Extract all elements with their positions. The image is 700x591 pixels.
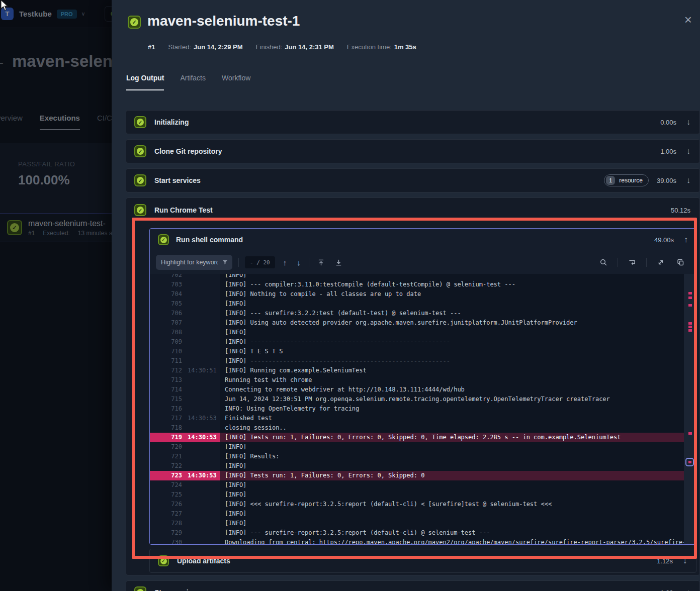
log-line-number: 728: [150, 519, 182, 528]
log-line: 71914:30:53[INFO] Tests run: 1, Failures…: [150, 433, 684, 442]
chevron-down-icon[interactable]: ∨: [81, 11, 85, 17]
log-line-gutter: 710: [150, 347, 220, 356]
log-line-gutter: 722: [150, 461, 220, 471]
execution-list-item[interactable]: ✓ maven-selenium-test- #1 Executed: 13 m…: [0, 213, 112, 242]
log-line-number: 714: [150, 385, 182, 395]
log-line-timestamp: [182, 538, 220, 544]
active-match-marker[interactable]: [685, 458, 694, 466]
execution-item-title: maven-selenium-test-: [28, 219, 112, 228]
step-upload-artifacts[interactable]: ✓ Upload artifacts 1.12s ↓: [149, 549, 696, 573]
match-marker[interactable]: [688, 304, 692, 307]
run-shell-command-header[interactable]: ✓ Run shell command 49.00s ↑: [150, 229, 696, 251]
log-minimap[interactable]: [684, 274, 696, 544]
log-line-number: 708: [150, 328, 182, 337]
step-label: Run shell command: [176, 236, 243, 244]
search-icon[interactable]: [597, 258, 609, 266]
step-stop-services[interactable]: ✓ Stop services 1.03s ↓: [126, 580, 700, 591]
tab-cicd[interactable]: CI/CD: [97, 114, 112, 130]
logo-letter: T: [6, 10, 10, 18]
log-line-message: [INFO] Tests run: 1, Failures: 0, Errors…: [220, 433, 621, 442]
log-line-timestamp: [182, 289, 220, 299]
step-label: Clone Git repository: [154, 147, 222, 155]
tab-overview[interactable]: verview: [0, 114, 23, 130]
log-line-timestamp: 14:30:51: [182, 366, 220, 375]
log-line-timestamp: [182, 423, 220, 433]
log-line: 730Downloading from central: https://rep…: [150, 538, 684, 544]
log-line: 716INFO: Using OpenTelemetry for tracing: [150, 404, 684, 414]
success-status-icon: ✓: [134, 586, 146, 591]
expand-arrow-icon[interactable]: ↓: [686, 118, 690, 127]
step-label: Initializing: [154, 118, 189, 126]
previous-match-icon[interactable]: ↑: [281, 258, 289, 267]
log-line-gutter: 715: [150, 395, 220, 404]
fullscreen-icon[interactable]: [655, 258, 667, 266]
log-line: 727[INFO]: [150, 509, 684, 519]
log-line-number: 709: [150, 337, 182, 347]
log-viewer[interactable]: 702[INFO]703[INFO] --- compiler:3.11.0:t…: [150, 274, 696, 544]
log-line-timestamp: [182, 309, 220, 318]
expand-arrow-icon[interactable]: ↓: [686, 147, 690, 156]
collapse-arrow-icon[interactable]: ↑: [684, 235, 688, 244]
step-clone-git-repository[interactable]: ✓ Clone Git repository 1.00s ↓: [126, 139, 700, 163]
environment-selector[interactable]: tes: [105, 6, 112, 22]
close-icon[interactable]: ×: [684, 13, 692, 26]
match-marker[interactable]: [688, 322, 692, 325]
log-line-timestamp: [182, 480, 220, 490]
next-match-icon[interactable]: ↓: [295, 258, 303, 267]
log-line-timestamp: [182, 404, 220, 414]
log-line-message: [INFO] ---------------------------------…: [220, 356, 450, 366]
log-line-gutter: 71214:30:51: [150, 366, 220, 375]
tab-executions[interactable]: Executions: [40, 114, 80, 130]
back-arrow-icon[interactable]: ←: [0, 56, 5, 68]
log-line-timestamp: 14:30:53: [182, 433, 220, 442]
log-line-gutter: 706: [150, 309, 220, 318]
match-marker[interactable]: [688, 292, 692, 294]
tab-log-output[interactable]: Log Output: [126, 74, 164, 90]
log-line: 713Running test with chrome: [150, 375, 684, 385]
log-line-gutter: 713: [150, 375, 220, 385]
expand-arrow-icon[interactable]: ↓: [686, 176, 690, 185]
log-line-number: 705: [150, 299, 182, 309]
step-start-services[interactable]: ✓ Start services 1 resource 39.00s ↓: [126, 168, 700, 192]
log-line-number: 716: [150, 404, 182, 414]
log-line-number: 703: [150, 280, 182, 289]
expand-arrow-icon[interactable]: ↓: [686, 588, 690, 591]
word-wrap-icon[interactable]: [626, 258, 638, 266]
success-status-icon: ✓: [134, 174, 146, 186]
expand-arrow-icon[interactable]: ↓: [683, 556, 687, 565]
tab-workflow[interactable]: Workflow: [222, 74, 250, 90]
resource-label: resource: [619, 177, 643, 184]
step-run-chrome-test-header[interactable]: ✓ Run Chrome Test 50.12s: [126, 198, 699, 222]
log-line-number: 704: [150, 289, 182, 299]
log-line: 72314:30:53[INFO] Tests run: 1, Failures…: [150, 471, 684, 480]
log-line-gutter: 708: [150, 328, 220, 337]
log-line-message: [INFO] Tests run: 1, Failures: 0, Errors…: [220, 471, 424, 480]
log-line-number: 724: [150, 480, 182, 490]
match-marker[interactable]: [688, 326, 692, 328]
log-line-message: [INFO]: [220, 490, 246, 500]
tab-artifacts[interactable]: Artifacts: [180, 74, 206, 90]
log-line-gutter: 71914:30:53: [150, 433, 220, 442]
keyword-search-box[interactable]: [156, 255, 232, 270]
keyword-input[interactable]: [156, 255, 232, 270]
log-line-timestamp: [182, 347, 220, 356]
resource-count: 1: [606, 176, 615, 185]
copy-icon[interactable]: [675, 258, 687, 266]
testkube-logo[interactable]: T: [1, 8, 14, 20]
scroll-to-bottom-icon[interactable]: [333, 259, 344, 266]
log-line: 708[INFO]: [150, 328, 684, 337]
log-line: 726[INFO] <<< surefire-report:3.2.5:repo…: [150, 500, 684, 509]
step-run-chrome-test: ✓ Run Chrome Test 50.12s ✓ Run shell com…: [126, 198, 700, 575]
execution-item-text: maven-selenium-test- #1 Executed: 13 min…: [28, 219, 112, 237]
scroll-to-top-icon[interactable]: [315, 259, 327, 266]
log-line-message: [INFO] --- compiler:3.11.0:testCompile (…: [220, 280, 515, 289]
step-initializing[interactable]: ✓ Initializing 0.00s ↓: [126, 110, 700, 134]
match-marker[interactable]: [688, 432, 692, 435]
match-marker[interactable]: [688, 297, 692, 299]
match-marker[interactable]: [688, 329, 692, 332]
log-line: 714Connecting to remote webdriver at htt…: [150, 385, 684, 395]
execution-meta: #1 Started:Jun 14, 2:29 PM Finished:Jun …: [148, 43, 416, 51]
log-line-message: [INFO]: [220, 461, 246, 471]
log-line-number: 726: [150, 500, 182, 509]
log-line-timestamp: [182, 328, 220, 337]
